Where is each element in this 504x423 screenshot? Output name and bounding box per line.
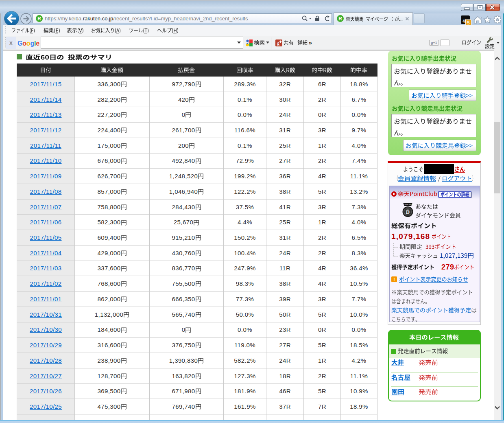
svg-text:D: D (406, 209, 410, 215)
svg-text:R: R (37, 16, 41, 22)
svg-text:5: 5 (467, 20, 469, 25)
svg-text:R: R (338, 16, 342, 22)
svg-text:DIAMOND: DIAMOND (404, 204, 412, 206)
svg-text:g: g (277, 40, 279, 46)
